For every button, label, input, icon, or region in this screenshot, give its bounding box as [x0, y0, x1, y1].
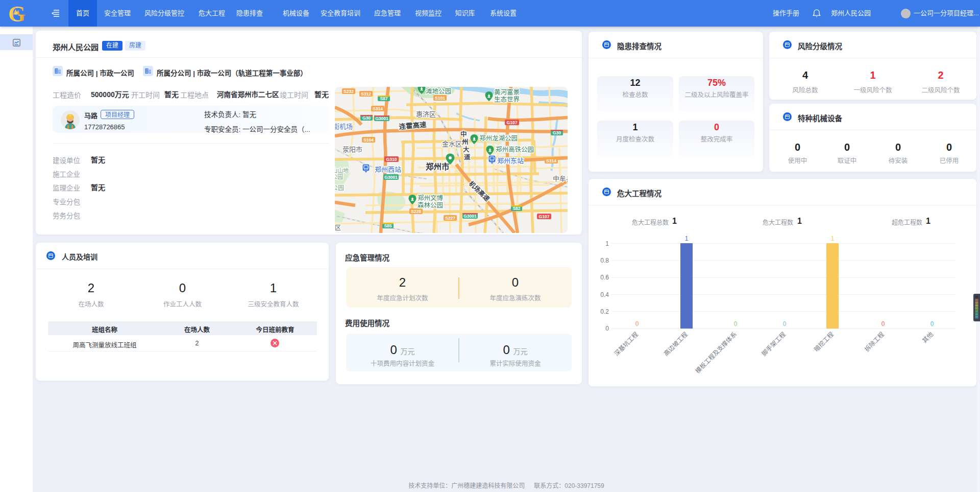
svg-text:G3001: G3001	[384, 175, 398, 180]
svg-text:S85: S85	[384, 223, 391, 228]
svg-text:区: 区	[335, 224, 341, 231]
svg-text:街机场: 街机场	[335, 123, 353, 130]
svg-text:S227: S227	[445, 216, 455, 221]
svg-text:郑州西站: 郑州西站	[375, 166, 401, 173]
svg-text:大: 大	[463, 146, 470, 153]
svg-text:惠济区: 惠济区	[416, 110, 436, 118]
svg-text:森林公园: 森林公园	[418, 201, 443, 209]
svg-text:0: 0	[881, 320, 885, 327]
svg-text:其他: 其他	[921, 331, 935, 344]
svg-text:1: 1	[831, 235, 835, 242]
svg-text:山山地: 山山地	[335, 168, 349, 174]
svg-text:S228: S228	[411, 209, 421, 214]
svg-text:G3001: G3001	[375, 116, 388, 121]
svg-text:G3001: G3001	[463, 214, 477, 219]
svg-text:高边坡工程: 高边坡工程	[662, 331, 689, 358]
svg-text:G30: G30	[553, 130, 561, 135]
svg-text:州: 州	[461, 138, 469, 146]
svg-text:黄河富景: 黄河富景	[494, 88, 520, 96]
svg-text:S312: S312	[361, 91, 371, 97]
svg-text:荥阳市: 荥阳市	[342, 146, 362, 153]
svg-text:模板工程及支撑体系: 模板工程及支撑体系	[694, 331, 738, 375]
svg-text:深基坑工程: 深基坑工程	[612, 331, 640, 358]
svg-text:郑州龙湖公园: 郑州龙湖公园	[479, 134, 518, 142]
svg-text:道: 道	[464, 153, 471, 161]
svg-text:郑州高铁公园: 郑州高铁公园	[496, 146, 534, 153]
svg-text:1: 1	[605, 240, 609, 247]
svg-text:G30: G30	[362, 115, 371, 121]
svg-text:0: 0	[605, 325, 609, 332]
svg-text:郑州市: 郑州市	[426, 162, 450, 171]
svg-text:S314: S314	[373, 106, 383, 111]
svg-text:G107: G107	[507, 120, 518, 125]
svg-text:脚手架工程: 脚手架工程	[760, 331, 787, 358]
svg-text:S232: S232	[344, 89, 354, 94]
svg-text:0: 0	[734, 320, 738, 327]
svg-text:G107: G107	[539, 214, 550, 219]
svg-text:G310: G310	[386, 157, 397, 162]
svg-text:0: 0	[635, 320, 639, 327]
svg-text:S82: S82	[512, 206, 520, 211]
svg-text:公园: 公园	[335, 184, 344, 192]
svg-text:金水区: 金水区	[442, 140, 462, 148]
svg-text:暗挖工程: 暗挖工程	[813, 331, 836, 354]
svg-text:0.2: 0.2	[600, 308, 609, 315]
svg-text:S101: S101	[435, 96, 445, 101]
svg-text:0.8: 0.8	[600, 257, 609, 264]
svg-text:中: 中	[460, 130, 467, 138]
svg-text:S314: S314	[546, 158, 556, 163]
svg-text:0: 0	[783, 320, 787, 327]
svg-text:公园: 公园	[335, 174, 343, 180]
svg-text:郑州文博: 郑州文博	[418, 194, 444, 202]
svg-text:1: 1	[685, 235, 689, 242]
svg-text:0: 0	[930, 320, 934, 327]
svg-text:中牟县: 中牟县	[553, 175, 568, 182]
svg-text:0.4: 0.4	[600, 291, 609, 298]
svg-text:拆除工程: 拆除工程	[863, 331, 886, 354]
svg-text:S87: S87	[380, 96, 387, 101]
svg-text:滩地公园: 滩地公园	[426, 88, 451, 95]
svg-text:郑州东站: 郑州东站	[497, 157, 524, 165]
svg-text:S104: S104	[363, 137, 374, 143]
svg-text:生态世界: 生态世界	[494, 96, 520, 103]
svg-text:0.6: 0.6	[600, 274, 609, 281]
